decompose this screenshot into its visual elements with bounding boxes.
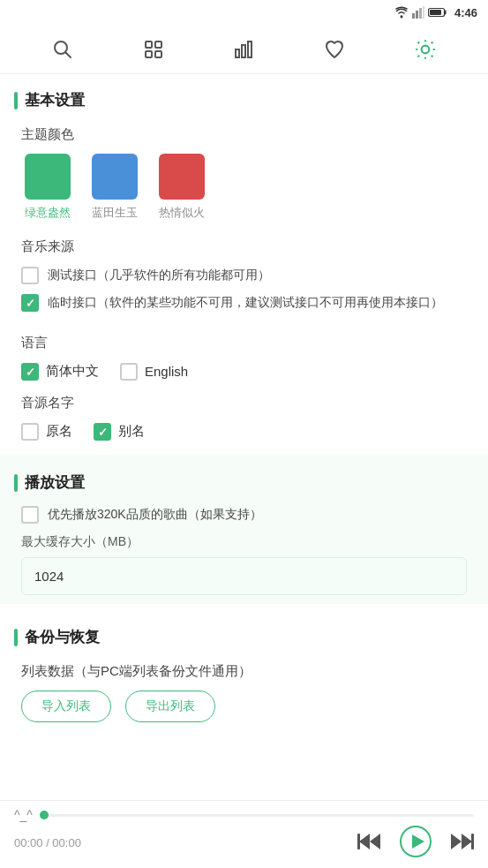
backup-title: 备份与恢复 bbox=[25, 627, 100, 647]
lang-en-label: English bbox=[145, 364, 188, 379]
original-name[interactable]: 原名 bbox=[21, 422, 72, 441]
high-quality-row: 优先播放320K品质的歌曲（如果支持） bbox=[21, 505, 467, 524]
svg-marker-21 bbox=[412, 834, 424, 849]
theme-red[interactable]: 热情似火 bbox=[159, 154, 205, 221]
progress-bar[interactable] bbox=[40, 814, 474, 817]
lang-en-cb[interactable] bbox=[120, 363, 138, 381]
green-label: 绿意盎然 bbox=[25, 205, 71, 221]
source-cb-2[interactable] bbox=[21, 294, 39, 312]
play-button[interactable] bbox=[400, 826, 432, 857]
nav-settings[interactable] bbox=[409, 34, 441, 65]
player-face: ^_^ bbox=[14, 808, 33, 822]
svg-rect-19 bbox=[357, 834, 360, 849]
source-text-2: 临时接口（软件的某些功能不可用，建议测试接口不可用再使用本接口） bbox=[48, 293, 443, 312]
source-name-row: 原名 别名 bbox=[21, 422, 467, 441]
source-name-group: 音源名字 原名 别名 bbox=[0, 388, 488, 448]
original-label: 原名 bbox=[46, 423, 72, 440]
svg-rect-15 bbox=[248, 42, 252, 57]
alias-label: 别名 bbox=[118, 423, 145, 440]
svg-point-16 bbox=[421, 45, 429, 53]
red-label: 热情似火 bbox=[159, 205, 205, 221]
signal-icon bbox=[412, 6, 424, 19]
import-button[interactable]: 导入列表 bbox=[21, 691, 111, 722]
bottom-player: ^_^ 00:00 / 00:00 bbox=[0, 800, 488, 868]
section-bar-2 bbox=[14, 474, 18, 492]
svg-line-8 bbox=[66, 52, 71, 57]
green-swatch bbox=[25, 154, 71, 200]
alias-cb[interactable] bbox=[94, 423, 111, 441]
battery-icon bbox=[428, 7, 447, 18]
theme-label: 主题颜色 bbox=[21, 126, 467, 143]
list-data-label: 列表数据（与PC端列表备份文件通用） bbox=[21, 663, 467, 680]
cache-size-group: 最大缓存大小（MB） bbox=[21, 534, 467, 595]
source-cb-1[interactable] bbox=[21, 267, 39, 284]
svg-point-0 bbox=[400, 16, 402, 19]
music-source-group: 音乐来源 测试接口（几乎软件的所有功能都可用） 临时接口（软件的某些功能不可用，… bbox=[0, 231, 488, 328]
language-label: 语言 bbox=[21, 335, 467, 351]
section-bar-3 bbox=[14, 629, 18, 646]
svg-rect-6 bbox=[430, 10, 441, 15]
lang-cn-cb[interactable] bbox=[21, 363, 39, 381]
nav-chart[interactable] bbox=[228, 34, 259, 65]
blue-swatch bbox=[92, 154, 138, 200]
backup-group: 列表数据（与PC端列表备份文件通用） 导入列表 导出列表 bbox=[0, 656, 488, 729]
section-bar bbox=[14, 92, 18, 109]
hq-text: 优先播放320K品质的歌曲（如果支持） bbox=[48, 505, 262, 524]
settings-content: 基本设置 主题颜色 绿意盎然 蓝田生玉 热情似火 音乐来源 bbox=[0, 74, 488, 818]
playback-settings-title: 播放设置 bbox=[25, 472, 85, 493]
prev-button[interactable] bbox=[357, 832, 382, 851]
clock: 4:46 bbox=[454, 6, 477, 19]
source-name-label: 音源名字 bbox=[21, 395, 467, 411]
nav-scan[interactable] bbox=[138, 34, 169, 65]
basic-settings-header: 基本设置 bbox=[0, 74, 488, 119]
svg-marker-22 bbox=[451, 834, 462, 849]
svg-rect-10 bbox=[155, 42, 161, 48]
red-swatch bbox=[159, 154, 205, 200]
player-top: ^_^ bbox=[14, 808, 474, 822]
theme-blue[interactable]: 蓝田生玉 bbox=[92, 154, 138, 221]
nav-search[interactable] bbox=[47, 34, 79, 65]
svg-rect-9 bbox=[146, 42, 152, 48]
basic-settings-title: 基本设置 bbox=[25, 90, 85, 110]
hq-cb[interactable] bbox=[21, 506, 39, 524]
source-option-2: 临时接口（软件的某些功能不可用，建议测试接口不可用再使用本接口） bbox=[21, 293, 467, 312]
export-button[interactable]: 导出列表 bbox=[125, 691, 215, 722]
status-bar: 4:46 bbox=[0, 0, 488, 25]
lang-cn-label: 简体中文 bbox=[46, 363, 99, 380]
svg-rect-12 bbox=[155, 51, 161, 57]
backup-buttons: 导入列表 导出列表 bbox=[21, 691, 467, 722]
alias-name[interactable]: 别名 bbox=[94, 422, 145, 441]
time-display: 00:00 / 00:00 bbox=[14, 836, 81, 849]
progress-dot bbox=[40, 811, 49, 819]
source-text-1: 测试接口（几乎软件的所有功能都可用） bbox=[48, 266, 270, 284]
source-option-1: 测试接口（几乎软件的所有功能都可用） bbox=[21, 266, 467, 284]
language-group: 语言 简体中文 English bbox=[0, 328, 488, 388]
next-button[interactable] bbox=[449, 832, 474, 851]
svg-marker-23 bbox=[462, 834, 472, 849]
svg-rect-14 bbox=[242, 45, 245, 57]
nav-favorite[interactable] bbox=[319, 34, 350, 65]
player-controls bbox=[357, 826, 474, 857]
blue-label: 蓝田生玉 bbox=[92, 205, 138, 221]
lang-chinese[interactable]: 简体中文 bbox=[21, 362, 99, 381]
backup-header: 备份与恢复 bbox=[0, 611, 488, 656]
theme-green[interactable]: 绿意盎然 bbox=[25, 154, 71, 221]
svg-rect-4 bbox=[423, 6, 424, 19]
playback-settings-header: 播放设置 bbox=[0, 457, 488, 502]
cache-input[interactable] bbox=[21, 557, 467, 595]
wifi-icon bbox=[394, 6, 409, 19]
playback-group: 优先播放320K品质的歌曲（如果支持） 最大缓存大小（MB） bbox=[0, 502, 488, 602]
theme-colors: 绿意盎然 蓝田生玉 热情似火 bbox=[21, 154, 467, 221]
svg-marker-18 bbox=[359, 834, 370, 849]
language-row: 简体中文 English bbox=[21, 362, 467, 381]
svg-marker-17 bbox=[370, 834, 380, 849]
cache-label: 最大缓存大小（MB） bbox=[21, 534, 467, 550]
theme-group: 主题颜色 绿意盎然 蓝田生玉 热情似火 bbox=[0, 119, 488, 231]
svg-rect-13 bbox=[236, 49, 239, 57]
svg-rect-1 bbox=[412, 13, 415, 19]
lang-english[interactable]: English bbox=[120, 362, 188, 381]
original-cb[interactable] bbox=[21, 423, 39, 441]
svg-rect-2 bbox=[416, 11, 418, 19]
svg-rect-11 bbox=[146, 51, 152, 57]
top-nav bbox=[0, 25, 488, 74]
